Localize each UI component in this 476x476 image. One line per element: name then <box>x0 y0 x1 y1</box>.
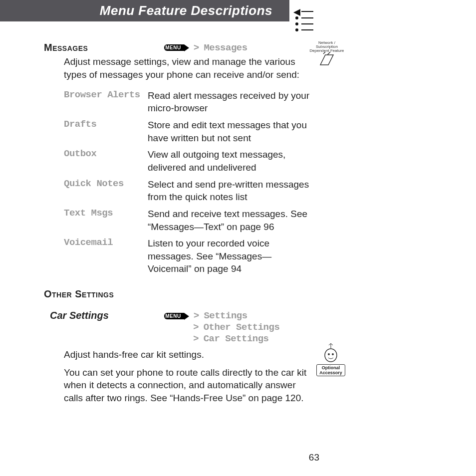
menu-key-icon: MENU <box>164 313 184 319</box>
car-path-1: Settings <box>204 310 247 321</box>
messages-heading-row: Messages MENU > Messages <box>44 42 313 53</box>
term: Browser Alerts <box>64 87 148 117</box>
list-bullet-icon <box>293 9 314 29</box>
table-row: DraftsStore and edit text messages that … <box>64 117 313 146</box>
desc: Send and receive text messages. See “Mes… <box>148 206 313 235</box>
car-path-3: Car Settings <box>204 333 269 344</box>
breadcrumb-separator: > <box>193 321 199 332</box>
other-settings-heading: Other Settings <box>44 288 313 300</box>
desc: Select and send pre-written messages fro… <box>148 176 313 206</box>
car-settings-p1: Adjust hands-free car kit settings. <box>64 348 313 361</box>
messages-path: Messages <box>204 42 247 53</box>
car-path-2: Other Settings <box>204 322 280 333</box>
svg-point-0 <box>325 349 337 362</box>
breadcrumb-separator: > <box>193 333 199 343</box>
messages-intro: Adjust message settings, view and manage… <box>64 55 313 81</box>
table-row: VoicemailListen to your recorded voice m… <box>64 235 313 277</box>
desc: View all outgoing text messages, deliver… <box>148 146 313 176</box>
term: Outbox <box>64 146 148 176</box>
breadcrumb-separator: > <box>194 42 199 52</box>
car-settings-label: Car Settings <box>50 310 162 321</box>
breadcrumb-separator: > <box>194 310 199 320</box>
term: Voicemail <box>64 235 148 277</box>
car-settings-heading-row: Car Settings MENU > Settings > Other Set… <box>44 310 313 344</box>
table-row: Text MsgsSend and receive text messages.… <box>64 206 313 235</box>
table-row: Browser AlertsRead alert messages receiv… <box>64 87 313 117</box>
messages-heading: Messages <box>44 42 162 53</box>
term: Quick Notes <box>64 176 148 206</box>
page-title: Menu Feature Descriptions <box>100 3 289 18</box>
menu-key-icon: MENU <box>164 44 184 51</box>
messages-definition-list: Browser AlertsRead alert messages receiv… <box>64 87 313 277</box>
term: Text Msgs <box>64 206 148 235</box>
network-dependent-icon: Network / Subscription Dependent Feature <box>309 41 344 76</box>
page-header: Menu Feature Descriptions <box>0 0 289 21</box>
svg-point-2 <box>332 353 334 355</box>
car-settings-p2: You can set your phone to route calls di… <box>64 366 313 405</box>
desc: Listen to your recorded voice messages. … <box>148 235 313 277</box>
page-number: 63 <box>0 452 319 463</box>
desc: Read alert messages received by your mic… <box>148 87 313 117</box>
optional-accessory-icon: Optional Accessory <box>316 342 345 377</box>
desc: Store and edit text messages that you ha… <box>148 117 313 146</box>
table-row: OutboxView all outgoing text messages, d… <box>64 146 313 176</box>
svg-point-1 <box>328 353 330 355</box>
table-row: Quick NotesSelect and send pre-written m… <box>64 176 313 206</box>
term: Drafts <box>64 117 148 146</box>
